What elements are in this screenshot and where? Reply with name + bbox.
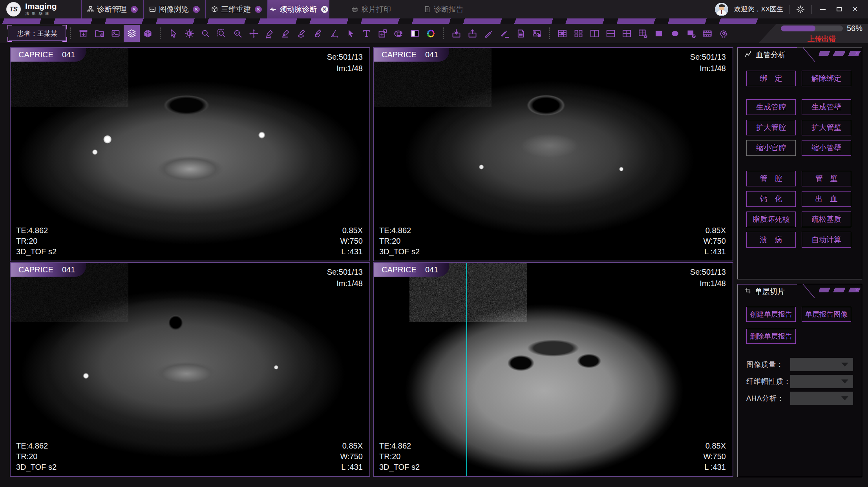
- create-slice-report-button[interactable]: 创建单层报告: [746, 307, 796, 322]
- layout-hsplit-icon[interactable]: [603, 25, 619, 42]
- patient-label: 患者：王某某: [17, 29, 57, 38]
- layout-remove-icon[interactable]: [635, 25, 651, 42]
- cine-film-icon[interactable]: [699, 25, 715, 42]
- image-gallery-icon[interactable]: [108, 25, 124, 42]
- enlarge-lumen-button[interactable]: 扩大管腔: [746, 120, 796, 135]
- image-quality-select[interactable]: [790, 358, 853, 371]
- angle-tool-icon[interactable]: [326, 25, 342, 42]
- zoom-2x-icon[interactable]: x2: [230, 25, 246, 42]
- viewport-top-left[interactable]: CAPRICE041 Se:501/13Im:1/48 TE:4.862TR:2…: [10, 47, 370, 261]
- avatar[interactable]: [715, 3, 728, 16]
- lumen-button[interactable]: 管 腔: [746, 171, 796, 186]
- mri-image: [11, 263, 369, 476]
- generate-lumen-button[interactable]: 生成管腔: [746, 99, 796, 115]
- minimize-button[interactable]: [818, 4, 828, 15]
- invert-icon[interactable]: [407, 25, 423, 42]
- viewport-bottom-right[interactable]: CAPRICE041 Se:501/13Im:1/48 TE:4.862TR:2…: [373, 262, 733, 477]
- lipid-necrotic-core-button[interactable]: 脂质坏死核: [746, 212, 796, 227]
- shutter-ellipse-icon[interactable]: [667, 25, 683, 42]
- series-tab: CAPRICE041: [374, 48, 449, 62]
- hemorrhage-button[interactable]: 出 血: [802, 191, 851, 207]
- waveform-icon: [269, 6, 277, 13]
- report-doc-icon[interactable]: [513, 25, 529, 42]
- draw-polygon-icon[interactable]: [310, 25, 326, 42]
- close-button[interactable]: ×: [850, 4, 860, 15]
- generate-wall-button[interactable]: 生成管壁: [802, 99, 851, 115]
- enlarge-wall-button[interactable]: 扩大管壁: [802, 120, 851, 135]
- ai-assist-icon[interactable]: [715, 25, 731, 42]
- patient-field[interactable]: 患者：王某某: [9, 26, 66, 41]
- shrink-wall-button[interactable]: 缩小管壁: [802, 140, 851, 156]
- unbind-button[interactable]: 解除绑定: [802, 71, 851, 86]
- series-tab: CAPRICE041: [374, 263, 449, 277]
- layout-vsplit-icon[interactable]: [587, 25, 603, 42]
- shutter-rect-icon[interactable]: [651, 25, 667, 42]
- wall-button[interactable]: 管 壁: [802, 171, 851, 186]
- slice-icon: [744, 287, 751, 296]
- close-tab-icon[interactable]: ✕: [255, 6, 262, 13]
- maximize-button[interactable]: [834, 4, 844, 15]
- upload-progress-fill: [781, 26, 815, 31]
- brand-name: Imaging: [25, 2, 57, 10]
- pan-icon[interactable]: [246, 25, 262, 42]
- import-icon[interactable]: [448, 25, 464, 42]
- collapse-chevron-icon[interactable]: »: [855, 285, 858, 294]
- viewport-bottom-left[interactable]: CAPRICE041 Se:501/13Im:1/48 TE:4.862TR:2…: [10, 262, 370, 477]
- main-tabs: 诊断管理 ✕ 图像浏览 ✕ 三维重建 ✕ 颈动脉诊断 ✕ 胶片打印: [81, 0, 475, 18]
- color-palette-icon[interactable]: [423, 25, 439, 42]
- shrink-lumen-button[interactable]: 缩小官腔: [746, 140, 796, 156]
- fibrous-cap-select[interactable]: [790, 375, 853, 388]
- rotate-3d-icon[interactable]: [391, 25, 407, 42]
- crop-add-icon[interactable]: [375, 25, 391, 42]
- tab-diagnosis-management[interactable]: 诊断管理 ✕: [81, 0, 143, 18]
- viewport-top-right[interactable]: CAPRICE041 Se:501/13Im:1/48 TE:4.862TR:2…: [373, 47, 733, 261]
- layout-grid-icon[interactable]: [570, 25, 587, 42]
- brush-line-icon[interactable]: [497, 25, 513, 42]
- image-export-icon[interactable]: [529, 25, 545, 42]
- export-icon[interactable]: [464, 25, 481, 42]
- layers-icon[interactable]: [124, 25, 140, 42]
- cube-3d-icon[interactable]: [140, 25, 156, 42]
- tab-3d-reconstruction[interactable]: 三维重建 ✕: [205, 0, 268, 18]
- zoom-region-icon[interactable]: [214, 25, 230, 42]
- crosshair-line[interactable]: [466, 263, 467, 476]
- auto-calc-button[interactable]: 自动计算: [802, 232, 851, 248]
- close-tab-icon[interactable]: ✕: [131, 6, 138, 13]
- tab-carotid-diagnosis[interactable]: 颈动脉诊断 ✕: [268, 0, 329, 18]
- shutter-remove-icon[interactable]: [683, 25, 699, 42]
- tab-film-print[interactable]: 胶片打印: [340, 0, 402, 18]
- aha-analysis-select[interactable]: [790, 392, 853, 405]
- slice-report-image-button[interactable]: 单层报告图像: [802, 307, 851, 322]
- acquisition-info: TE:4.862TR:203D_TOF s2: [379, 441, 420, 472]
- close-tab-icon[interactable]: ✕: [321, 6, 328, 13]
- layout-quad-icon[interactable]: [619, 25, 635, 42]
- tab-diagnosis-report[interactable]: 诊断报告: [413, 0, 475, 18]
- bind-button[interactable]: 绑 定: [746, 71, 796, 86]
- zoom-icon[interactable]: [197, 25, 214, 42]
- delete-slice-report-button[interactable]: 删除单层报告: [746, 329, 796, 344]
- measure-line-icon[interactable]: [262, 25, 278, 42]
- text-annotation-icon[interactable]: [358, 25, 375, 42]
- ulcer-button[interactable]: 溃 疡: [746, 232, 796, 248]
- cube-icon: [211, 6, 218, 13]
- pointer-icon[interactable]: [342, 25, 358, 42]
- brush-icon[interactable]: [481, 25, 497, 42]
- image-icon: [149, 6, 156, 13]
- brightness-contrast-icon[interactable]: [181, 25, 197, 42]
- calcification-button[interactable]: 钙 化: [746, 191, 796, 207]
- new-exam-icon[interactable]: [75, 25, 91, 42]
- upload-error-text: 上传出错: [781, 34, 863, 44]
- tab-label: 图像浏览: [159, 4, 189, 15]
- acquisition-info: TE:4.862TR:203D_TOF s2: [379, 225, 420, 257]
- loose-matrix-button[interactable]: 疏松基质: [802, 212, 851, 227]
- tab-image-browse[interactable]: 图像浏览 ✕: [143, 0, 205, 18]
- draw-ellipse-icon[interactable]: [294, 25, 310, 42]
- collapse-chevron-icon[interactable]: »: [855, 49, 858, 57]
- measure-angle-icon[interactable]: [278, 25, 294, 42]
- cursor-select-icon[interactable]: [165, 25, 181, 42]
- display-info: 0.85XW:750L :431: [340, 441, 363, 472]
- layout-mpr-icon[interactable]: [554, 25, 570, 42]
- gear-icon[interactable]: [795, 4, 806, 15]
- close-tab-icon[interactable]: ✕: [193, 6, 200, 13]
- open-study-icon[interactable]: [91, 25, 108, 42]
